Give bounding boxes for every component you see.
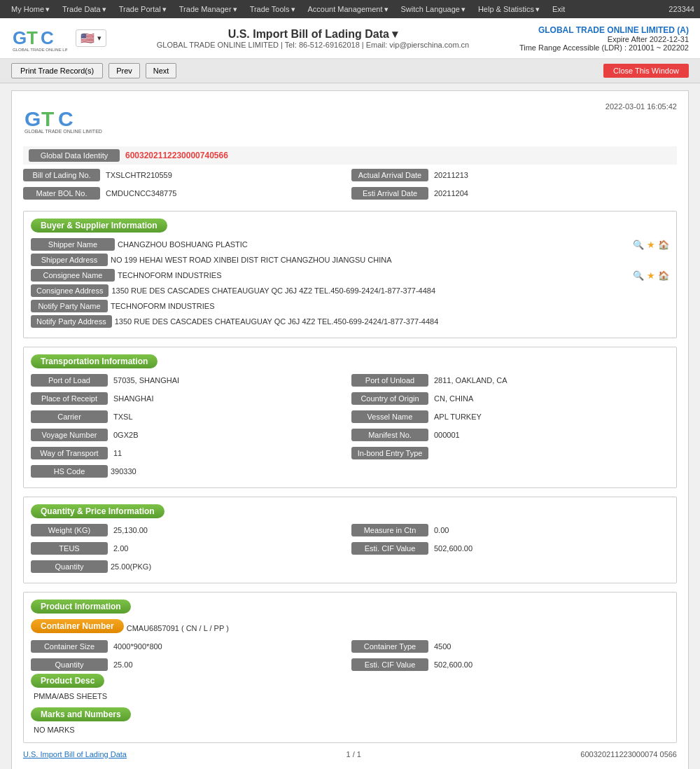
- nav-trade-data[interactable]: Trade Data ▾: [57, 4, 112, 15]
- header-subtitle: GLOBAL TRADE ONLINE LIMITED | Tel: 86-51…: [157, 41, 469, 49]
- way-of-transport-label: Way of Transport: [31, 447, 108, 459]
- marks-label: Marks and Numbers: [31, 707, 131, 721]
- voyage-number-value: 0GX2B: [113, 431, 349, 439]
- home-icon-consignee[interactable]: 🏠: [658, 270, 669, 281]
- search-icon-shipper[interactable]: 🔍: [633, 240, 644, 250]
- vessel-name-row: Vessel Name APL TURKEY: [351, 410, 669, 423]
- header-account-info: GLOBAL TRADE ONLINE LIMITED (A) Expire A…: [519, 25, 689, 52]
- product-quantity-label: Quantity: [31, 658, 108, 671]
- carrier-value: TXSL: [113, 413, 349, 421]
- place-of-receipt-label: Place of Receipt: [31, 392, 108, 405]
- container-number-row: Container Number CMAU6857091 ( CN / L / …: [31, 619, 669, 637]
- marks-value: NO MARKS: [34, 724, 669, 735]
- shipper-name-label: Shipper Name: [31, 238, 115, 251]
- product-quantity-value: 25.00: [113, 660, 349, 669]
- vessel-name-label: Vessel Name: [351, 410, 428, 423]
- consignee-name-row: Consignee Name TECHNOFORM INDUSTRIES 🔍 ★…: [31, 269, 669, 282]
- svg-text:GLOBAL TRADE ONLINE LIMITED: GLOBAL TRADE ONLINE LIMITED: [24, 129, 102, 134]
- container-type-value: 4500: [434, 642, 669, 651]
- buyer-supplier-section: Buyer & Supplier Information Shipper Nam…: [23, 211, 677, 338]
- container-size-label: Container Size: [31, 640, 108, 653]
- teus-label: TEUS: [31, 542, 108, 555]
- qp-quantity-label: Quantity: [31, 560, 108, 573]
- product-desc-label: Product Desc: [31, 674, 104, 688]
- nav-switch-language[interactable]: Switch Language ▾: [396, 4, 471, 15]
- page-title: U.S. Import Bill of Lading Data ▾: [157, 27, 469, 41]
- star-icon-shipper[interactable]: ★: [647, 240, 655, 250]
- record-footer-link[interactable]: U.S. Import Bill of Lading Data: [23, 750, 127, 758]
- next-button-top[interactable]: Next: [146, 63, 177, 78]
- print-button-top[interactable]: Print Trade Record(s): [11, 63, 103, 78]
- svg-text:T: T: [27, 27, 38, 48]
- nav-account-management[interactable]: Account Management ▾: [302, 4, 394, 15]
- shipper-name-row: Shipper Name CHANGZHOU BOSHUANG PLASTIC …: [31, 238, 669, 251]
- search-icon-consignee[interactable]: 🔍: [633, 270, 644, 281]
- buyer-supplier-title: Buyer & Supplier Information: [31, 219, 167, 233]
- measure-ctn-row: Measure in Ctn 0.00: [351, 524, 669, 536]
- nav-trade-manager[interactable]: Trade Manager ▾: [174, 4, 243, 15]
- product-section: Product Information Container Number CMA…: [23, 592, 677, 743]
- notify-party-name-row: Notify Party Name TECHNOFORM INDUSTRIES: [31, 300, 669, 312]
- close-button-top[interactable]: Close This Window: [603, 64, 689, 78]
- mater-bol-row: Mater BOL No. CMDUCNCC348775: [23, 187, 349, 200]
- svg-text:GLOBAL TRADE ONLINE LIMITED: GLOBAL TRADE ONLINE LIMITED: [13, 48, 67, 52]
- page-header: G T C GLOBAL TRADE ONLINE LIMITED 🇺🇸 ▾ U…: [0, 18, 700, 59]
- container-size-value: 4000*900*800: [113, 642, 349, 651]
- company-logo: G T C GLOBAL TRADE ONLINE LIMITED: [11, 22, 67, 54]
- mater-bol-label: Mater BOL No.: [23, 187, 100, 200]
- product-esti-cif-label: Esti. CIF Value: [351, 658, 428, 671]
- prev-button-top[interactable]: Prev: [108, 63, 140, 78]
- hs-code-label: HS Code: [31, 465, 108, 478]
- in-bond-entry-row: In-bond Entry Type: [351, 447, 669, 459]
- quantity-price-section: Quantity & Price Information Weight (KG)…: [23, 497, 677, 583]
- pagination: 1 / 1: [346, 750, 360, 758]
- nav-help-statistics[interactable]: Help & Statistics ▾: [472, 4, 545, 15]
- shipper-address-row: Shipper Address NO 199 HEHAI WEST ROAD X…: [31, 254, 669, 266]
- vessel-name-value: APL TURKEY: [434, 413, 669, 421]
- product-desc-section: Product Desc PMMA/ABS SHEETS: [31, 674, 669, 702]
- shipper-name-value: CHANGZHOU BOSHUANG PLASTIC: [118, 240, 630, 249]
- record-footer: U.S. Import Bill of Lading Data 1 / 1 60…: [23, 750, 677, 758]
- notify-party-name-label: Notify Party Name: [31, 300, 108, 312]
- qp-quantity-row: Quantity 25.00(PKG): [31, 560, 669, 573]
- actual-arrival-value: 20211213: [434, 171, 677, 179]
- teus-value: 2.00: [113, 544, 349, 553]
- mater-bol-value: CMDUCNCC348775: [106, 189, 349, 198]
- teus-row: TEUS 2.00: [31, 542, 349, 555]
- svg-text:C: C: [41, 27, 54, 48]
- port-of-unload-row: Port of Unload 2811, OAKLAND, CA: [351, 374, 669, 387]
- star-icon-consignee[interactable]: ★: [647, 270, 655, 281]
- nav-trade-portal[interactable]: Trade Portal ▾: [113, 4, 172, 15]
- qp-quantity-value: 25.00(PKG): [111, 562, 669, 571]
- notify-party-address-label: Notify Party Address: [31, 315, 112, 328]
- nav-trade-tools[interactable]: Trade Tools ▾: [244, 4, 301, 15]
- main-content: G T C GLOBAL TRADE ONLINE LIMITED 2022-0…: [11, 90, 689, 769]
- consignee-name-value: TECHNOFORM INDUSTRIES: [118, 271, 630, 279]
- nav-exit[interactable]: Exit: [547, 4, 570, 15]
- record-logo: G T C GLOBAL TRADE ONLINE LIMITED: [23, 102, 107, 138]
- in-bond-entry-label: In-bond Entry Type: [351, 447, 428, 459]
- global-data-identity-value: 6003202112230000740566: [125, 151, 228, 160]
- language-selector[interactable]: 🇺🇸 ▾: [76, 29, 106, 47]
- manifest-no-row: Manifest No. 000001: [351, 429, 669, 441]
- weight-kg-value: 25,130.00: [113, 526, 349, 534]
- expire-date: Expire After 2022-12-31: [519, 35, 689, 43]
- bill-of-lading-label: Bill of Lading No.: [23, 169, 100, 181]
- esti-arrival-label: Esti Arrival Date: [351, 187, 428, 200]
- place-of-receipt-value: SHANGHAI: [113, 394, 349, 403]
- top-toolbar: Print Trade Record(s) Prev Next Close Th…: [0, 59, 700, 83]
- home-icon-shipper[interactable]: 🏠: [658, 240, 669, 250]
- global-data-identity-row: Global Data Identity 6003202112230000740…: [23, 146, 677, 165]
- esti-cif-label: Esti. CIF Value: [351, 542, 428, 555]
- product-quantity-row: Quantity 25.00: [31, 658, 349, 671]
- way-of-transport-row: Way of Transport 11: [31, 447, 349, 459]
- product-title: Product Information: [31, 600, 131, 614]
- nav-my-home[interactable]: My Home ▾: [6, 4, 55, 15]
- esti-arrival-value: 20211204: [434, 189, 677, 198]
- container-number-value: CMAU6857091 ( CN / L / PP ): [127, 624, 669, 632]
- port-of-load-label: Port of Load: [31, 374, 108, 387]
- shipper-address-value: NO 199 HEHAI WEST ROAD XINBEI DIST RICT …: [111, 256, 669, 264]
- consignee-address-row: Consignee Address 1350 RUE DES CASCADES …: [31, 284, 669, 297]
- hs-code-value: 390330: [111, 467, 669, 476]
- voyage-number-row: Voyage Number 0GX2B: [31, 429, 349, 441]
